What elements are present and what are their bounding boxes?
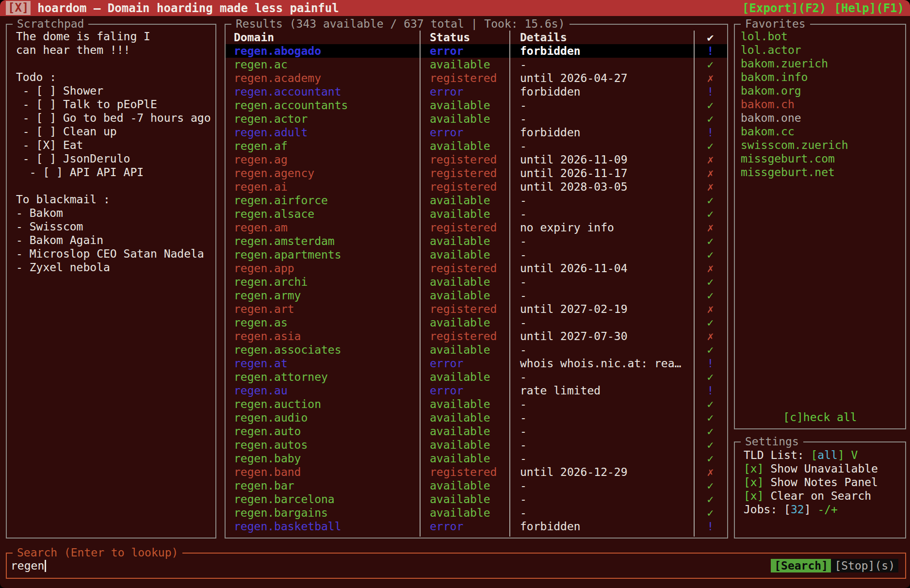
details-cell: - bbox=[509, 492, 694, 506]
checkbox-icon[interactable]: [x] bbox=[744, 476, 764, 489]
table-row[interactable]: regen.adulterrorforbidden! bbox=[226, 126, 727, 139]
domain-cell: regen.am bbox=[226, 221, 420, 234]
domain-cell: regen.associates bbox=[226, 343, 420, 357]
table-row[interactable]: regen.aterrorwhois whois.nic.at: rea…! bbox=[226, 357, 727, 370]
tld-list-selector[interactable]: TLD List: [all] V bbox=[744, 448, 905, 462]
favorite-item[interactable]: bakom.ch bbox=[741, 98, 905, 111]
status-mark-icon: ! bbox=[694, 384, 727, 397]
checkbox-label: Show Unavailable bbox=[764, 462, 878, 475]
table-row[interactable]: regen.agencyregistereduntil 2026-11-17✗ bbox=[226, 166, 727, 180]
table-row[interactable]: regen.airegistereduntil 2028-03-05✗ bbox=[226, 180, 727, 194]
table-row[interactable]: regen.associatesavailable-✓ bbox=[226, 343, 727, 357]
close-button[interactable]: [X] bbox=[6, 1, 31, 15]
table-row[interactable]: regen.alsaceavailable-✓ bbox=[226, 207, 727, 221]
table-row[interactable]: regen.armyavailable-✓ bbox=[226, 289, 727, 302]
titlebar-actions: [Export](F2) [Help](F1) bbox=[742, 1, 904, 15]
settings-checkbox[interactable]: [x] Show Notes Panel bbox=[744, 475, 905, 489]
details-cell: - bbox=[509, 248, 694, 261]
domain-cell: regen.band bbox=[226, 465, 420, 479]
domain-cell: regen.au bbox=[226, 384, 420, 397]
table-row[interactable]: regen.barcelonaavailable-✓ bbox=[226, 492, 727, 506]
table-row[interactable]: regen.amsterdamavailable-✓ bbox=[226, 234, 727, 248]
table-row[interactable]: regen.autosavailable-✓ bbox=[226, 438, 727, 452]
table-row[interactable]: regen.afavailable-✓ bbox=[226, 139, 727, 153]
table-row[interactable]: regen.abogadoerrorforbidden! bbox=[226, 44, 727, 58]
checkbox-icon[interactable]: [x] bbox=[744, 462, 764, 475]
table-row[interactable]: regen.amregisteredno expiry info✗ bbox=[226, 221, 727, 234]
scratchpad-panel[interactable]: Scratchpad The dome is faling Ican hear … bbox=[6, 24, 216, 539]
search-input[interactable]: regen bbox=[11, 554, 46, 578]
search-button[interactable]: [Search] bbox=[771, 559, 831, 572]
scratchpad-line: - [ ] Talk to pEoPlE bbox=[16, 98, 215, 111]
help-button[interactable]: [Help](F1) bbox=[834, 1, 905, 15]
table-row[interactable]: regen.artregistereduntil 2027-02-19✗ bbox=[226, 302, 727, 316]
favorite-item[interactable]: swisscom.zuerich bbox=[741, 138, 905, 152]
jobs-adjust-buttons[interactable]: -/+ bbox=[817, 503, 838, 516]
column-header-details[interactable]: Details bbox=[509, 31, 694, 44]
table-row[interactable]: regen.academyregistereduntil 2026-04-27✗ bbox=[226, 71, 727, 85]
favorite-item[interactable]: missgeburt.net bbox=[741, 165, 905, 179]
status-cell: error bbox=[420, 520, 509, 533]
table-row[interactable]: regen.appregistereduntil 2026-11-04✗ bbox=[226, 261, 727, 275]
table-row[interactable]: regen.asavailable-✓ bbox=[226, 316, 727, 329]
status-cell: registered bbox=[420, 329, 509, 343]
column-separator bbox=[694, 31, 695, 537]
status-cell: available bbox=[420, 289, 509, 302]
favorite-item[interactable]: bakom.info bbox=[741, 70, 905, 84]
table-row[interactable]: regen.attorneyavailable-✓ bbox=[226, 370, 727, 384]
status-cell: available bbox=[420, 275, 509, 289]
table-row[interactable]: regen.bandregistereduntil 2026-12-29✗ bbox=[226, 465, 727, 479]
column-header-check checkmark-icon[interactable]: ✔ bbox=[694, 31, 727, 44]
table-row[interactable]: regen.baravailable-✓ bbox=[226, 479, 727, 492]
check-all-button[interactable]: [c]heck all bbox=[735, 411, 905, 424]
domain-cell: regen.archi bbox=[226, 275, 420, 289]
tld-list-value[interactable]: all bbox=[817, 449, 838, 461]
scratchpad-line: To blackmail : bbox=[16, 193, 215, 206]
domain-cell: regen.abogado bbox=[226, 44, 420, 58]
scratchpad-content[interactable]: The dome is faling Ican hear them !!!Tod… bbox=[7, 25, 215, 274]
favorite-item[interactable]: bakom.one bbox=[741, 111, 905, 125]
domain-cell: regen.apartments bbox=[226, 248, 420, 261]
table-row[interactable]: regen.babyavailable-✓ bbox=[226, 452, 727, 465]
status-mark-icon: ✓ bbox=[694, 452, 727, 465]
chevron-down-icon[interactable]: V bbox=[851, 449, 858, 461]
table-row[interactable]: regen.archiavailable-✓ bbox=[226, 275, 727, 289]
favorite-item[interactable]: bakom.cc bbox=[741, 125, 905, 138]
app-title: hoardom — Domain hoarding made less pain… bbox=[37, 1, 339, 15]
table-row[interactable]: regen.bargainsavailable-✓ bbox=[226, 506, 727, 520]
settings-checkbox[interactable]: [x] Show Unavailable bbox=[744, 462, 905, 475]
details-cell: - bbox=[509, 207, 694, 221]
favorite-item[interactable]: missgeburt.com bbox=[741, 152, 905, 165]
table-row[interactable]: regen.airforceavailable-✓ bbox=[226, 194, 727, 207]
table-row[interactable]: regen.asiaregistereduntil 2027-07-30✗ bbox=[226, 329, 727, 343]
table-row[interactable]: regen.actoravailable-✓ bbox=[226, 112, 727, 126]
jobs-stepper[interactable]: Jobs: [32] -/+ bbox=[744, 503, 905, 516]
export-button[interactable]: [Export](F2) bbox=[742, 1, 826, 15]
domain-cell: regen.actor bbox=[226, 112, 420, 126]
column-separator bbox=[420, 31, 421, 537]
favorite-item[interactable]: bakom.org bbox=[741, 84, 905, 98]
settings-checkbox[interactable]: [x] Clear on Search bbox=[744, 489, 905, 503]
checkbox-icon[interactable]: [x] bbox=[744, 490, 764, 502]
stop-button[interactable]: [Stop](s) bbox=[831, 559, 898, 572]
favorite-item[interactable]: bakom.zuerich bbox=[741, 57, 905, 70]
table-row[interactable]: regen.acavailable-✓ bbox=[226, 58, 727, 71]
status-mark-icon: ✓ bbox=[694, 275, 727, 289]
table-row[interactable]: regen.apartmentsavailable-✓ bbox=[226, 248, 727, 261]
table-row[interactable]: regen.audioavailable-✓ bbox=[226, 411, 727, 425]
status-mark-icon: ✗ bbox=[694, 465, 727, 479]
table-row[interactable]: regen.accountantsavailable-✓ bbox=[226, 98, 727, 112]
table-row[interactable]: regen.auctionavailable-✓ bbox=[226, 397, 727, 411]
table-row[interactable]: regen.accountanterrorforbidden! bbox=[226, 85, 727, 98]
details-cell: - bbox=[509, 438, 694, 452]
table-row[interactable]: regen.agregistereduntil 2026-11-09✗ bbox=[226, 153, 727, 166]
results-panel-title: Results (343 available / 637 total | Too… bbox=[231, 17, 569, 30]
column-header-domain[interactable]: Domain bbox=[226, 31, 420, 44]
status-cell: error bbox=[420, 357, 509, 370]
favorite-item[interactable]: lol.bot bbox=[741, 30, 905, 43]
column-header-status[interactable]: Status bbox=[420, 31, 509, 44]
favorite-item[interactable]: lol.actor bbox=[741, 43, 905, 57]
table-row[interactable]: regen.autoavailable-✓ bbox=[226, 425, 727, 438]
table-row[interactable]: regen.basketballerrorforbidden! bbox=[226, 520, 727, 533]
table-row[interactable]: regen.auerrorrate limited! bbox=[226, 384, 727, 397]
